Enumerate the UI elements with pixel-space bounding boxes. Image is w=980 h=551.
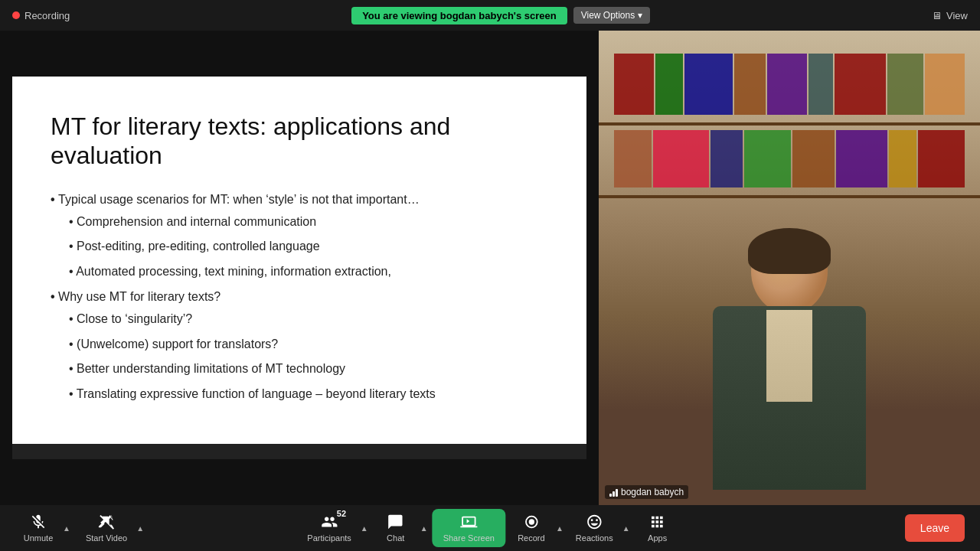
sub-bullet-1-2: Post-editing, pre-editing, controlled la… [69,236,548,258]
reactions-group: Reactions ▲ [568,510,632,546]
participants-count: 52 [337,509,346,518]
unmute-group: Unmute ▲ [15,510,72,546]
start-video-label: Start Video [86,533,127,543]
reactions-arrow[interactable]: ▲ [621,513,632,543]
main-area: MT for literary texts: applications and … [0,31,980,505]
sub-bullet-2-4: Translating expressive function of langu… [69,383,548,406]
slide-bullets: Typical usage scenarios for MT: when ‘st… [51,189,548,409]
monitor-icon: 🖥 [932,10,942,21]
top-right-controls: 🖥 View [932,10,968,21]
sub-bullet-2-1: Close to ‘singularity’? [69,308,548,331]
chat-button[interactable]: Chat [373,510,419,546]
bullet-1-text: Typical usage scenarios for MT: when ‘st… [58,193,420,206]
view-label: View [946,10,968,21]
record-label: Record [518,533,544,543]
apps-group: Apps [635,510,681,546]
view-options-button[interactable]: View Options ▾ [573,7,650,24]
sub-bullets-2: Close to ‘singularity’? (Unwelcome) supp… [69,308,548,406]
signal-icon [609,487,618,497]
sub-bullets-1: Comprehension and internal communication… [69,211,548,283]
svg-point-1 [528,519,534,524]
record-group: Record ▲ [508,510,565,546]
bullet-1: Typical usage scenarios for MT: when ‘st… [51,189,548,283]
recording-indicator: Recording [12,10,70,21]
slide-title: MT for literary texts: applications and … [51,112,548,171]
recording-label: Recording [24,10,70,21]
reactions-label: Reactions [576,533,613,543]
viewing-text: You are viewing bogdan babych's screen [362,10,557,21]
sub-bullet-1-1: Comprehension and internal communication [69,211,548,233]
leave-button[interactable]: Leave [905,514,965,542]
reactions-icon [583,514,605,530]
start-video-button[interactable]: Start Video [78,510,135,546]
record-arrow[interactable]: ▲ [554,513,565,543]
unmute-arrow[interactable]: ▲ [61,513,72,543]
participants-label: Participants [307,533,351,543]
sub-bullet-1-3: Automated processing, text mining, infor… [69,261,548,283]
chat-arrow[interactable]: ▲ [419,513,430,543]
apps-button[interactable]: Apps [635,510,681,546]
chevron-down-icon: ▾ [638,10,642,21]
leave-label: Leave [920,522,949,534]
sub-bullet-2-3: Better understanding limitations of MT t… [69,358,548,380]
recording-dot [12,11,20,19]
viewing-banner: You are viewing bogdan babych's screen [351,7,567,24]
chat-label: Chat [387,533,404,543]
record-button[interactable]: Record [508,510,554,546]
apps-icon [647,514,668,530]
participants-arrow[interactable]: ▲ [359,513,370,543]
reactions-button[interactable]: Reactions [568,510,621,546]
participant-name-bar: bogdan babych [605,485,688,499]
toolbar: Unmute ▲ Start Video ▲ [0,505,980,551]
share-screen-label: Share Screen [443,533,495,543]
toolbar-right: Leave [905,514,965,542]
unmute-button[interactable]: Unmute [15,510,61,546]
sub-bullet-2-2: (Unwelcome) support for translators? [69,334,548,356]
apps-label: Apps [648,533,667,543]
chat-icon [385,514,407,530]
participant-name: bogdan babych [621,487,684,497]
chat-group: Chat ▲ [373,510,430,546]
top-bar: Recording You are viewing bogdan babych'… [0,0,980,31]
slide-container: MT for literary texts: applications and … [0,31,599,505]
slide-bottom-bar [12,444,586,459]
toolbar-center: 52 Participants ▲ Chat ▲ [299,509,680,547]
video-group: Start Video ▲ [78,510,145,546]
video-arrow[interactable]: ▲ [135,513,145,543]
participant-video: bogdan babych [599,31,980,505]
share-screen-button[interactable]: Share Screen [433,509,505,547]
participants-group: 52 Participants ▲ [299,510,369,546]
toolbar-left: Unmute ▲ Start Video ▲ [15,510,145,546]
bullet-2: Why use MT for literary texts? Close to … [51,286,548,406]
share-screen-icon [458,514,479,530]
video-container: bogdan babych [599,31,980,505]
share-screen-group: Share Screen [433,509,505,547]
participants-button[interactable]: 52 Participants [299,510,358,546]
participants-icon: 52 [318,514,340,530]
view-options-label: View Options [581,10,635,21]
record-icon [521,514,542,530]
video-muted-icon [96,514,117,530]
presentation-slide: MT for literary texts: applications and … [12,77,586,444]
unmute-label: Unmute [24,533,54,543]
bullet-2-text: Why use MT for literary texts? [58,290,220,303]
microphone-muted-icon [28,514,49,530]
